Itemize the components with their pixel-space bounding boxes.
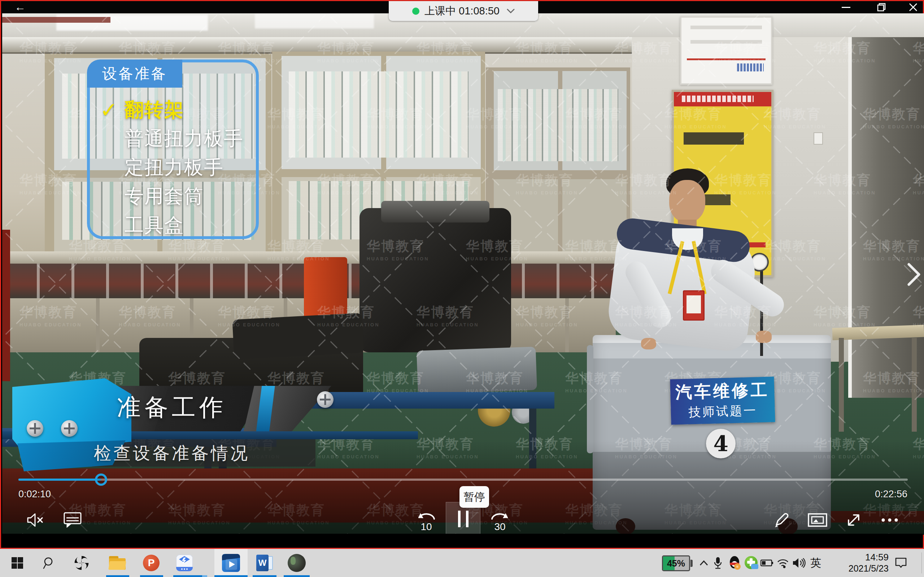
pinwheel-icon bbox=[74, 555, 89, 571]
quiz-app-icon bbox=[176, 554, 193, 571]
watermark: 华博教育HUABO EDUCATION bbox=[19, 303, 82, 327]
speaker-muted-icon bbox=[26, 512, 45, 528]
tray-expand-button[interactable] bbox=[696, 549, 711, 577]
fullscreen-icon bbox=[845, 511, 862, 529]
minimize-icon bbox=[842, 7, 850, 8]
show-desktop-edge[interactable] bbox=[921, 553, 922, 574]
cart-number-badge: 4 bbox=[706, 429, 736, 458]
cart-sign: 汽车维修工 技师试题一 bbox=[670, 377, 775, 424]
draw-button[interactable] bbox=[769, 508, 794, 533]
checklist-text: 定扭力板手 bbox=[124, 155, 224, 181]
file-explorer-icon bbox=[109, 556, 126, 570]
taskbar-search-button[interactable] bbox=[39, 549, 59, 577]
watermark: 华博教育HUABO EDUCATION bbox=[764, 105, 826, 129]
fullscreen-button[interactable] bbox=[841, 508, 866, 533]
ime-label: 英 bbox=[810, 556, 821, 571]
tray-wifi[interactable] bbox=[775, 549, 791, 577]
checklist-text: 翻转架 bbox=[124, 97, 184, 123]
class-status-pill[interactable]: 上课中 01:08:50 bbox=[389, 1, 538, 21]
elapsed-time: 0:02:10 bbox=[18, 488, 51, 500]
running-indicator bbox=[140, 575, 163, 577]
cart-sign-line1: 汽车维修工 bbox=[670, 379, 775, 404]
search-icon bbox=[43, 556, 56, 569]
checklist-item: 工具盒 bbox=[100, 211, 252, 240]
watermark: 华博教育HUABO EDUCATION bbox=[218, 303, 281, 327]
taskbar-app-file-explorer[interactable] bbox=[105, 549, 129, 577]
watermark: 华博教育HUABO EDUCATION bbox=[863, 237, 924, 261]
mini-player-icon bbox=[808, 513, 828, 527]
watermark: 华博教育HUABO EDUCATION bbox=[714, 303, 777, 327]
restore-button[interactable] bbox=[873, 1, 890, 13]
chevron-up-icon bbox=[699, 560, 709, 566]
taskbar-app-photo[interactable] bbox=[284, 549, 310, 577]
watermark: 华博教育HUABO EDUCATION bbox=[168, 237, 231, 261]
running-indicator bbox=[253, 575, 276, 577]
pencil-icon bbox=[773, 511, 790, 529]
taskbar-clock[interactable]: 14:59 2021/5/23 bbox=[827, 552, 888, 574]
watermark: 华博教育HUABO EDUCATION bbox=[466, 369, 528, 393]
checklist-text: 专用套筒 bbox=[124, 184, 204, 210]
banner-subtitle: 检查设备准备情况 bbox=[45, 442, 298, 465]
tray-input-method[interactable]: 英 bbox=[808, 549, 824, 577]
tray-battery[interactable] bbox=[759, 549, 775, 577]
taskbar-app-word[interactable]: W bbox=[253, 549, 276, 577]
watermark: 华博教育HUABO EDUCATION bbox=[565, 237, 628, 261]
watermark: 华博教育HUABO EDUCATION bbox=[516, 171, 578, 195]
mute-button[interactable] bbox=[23, 508, 48, 533]
watermark: 华博教育HUABO EDUCATION bbox=[19, 171, 82, 195]
banner-title: 准备工作 bbox=[71, 391, 273, 424]
watermark: 华博教育HUABO EDUCATION bbox=[863, 369, 924, 393]
watermark: 华博教育HUABO EDUCATION bbox=[664, 237, 727, 261]
more-options-button[interactable] bbox=[877, 508, 902, 533]
watermark: 华博教育HUABO EDUCATION bbox=[466, 105, 528, 129]
watermark: 华博教育HUABO EDUCATION bbox=[565, 369, 628, 393]
watermark: 华博教育HUABO EDUCATION bbox=[615, 39, 677, 63]
taskbar-app-quiz[interactable] bbox=[173, 549, 196, 577]
watermark: 华博教育HUABO EDUCATION bbox=[317, 39, 380, 63]
rewind-10-button[interactable]: 10 bbox=[414, 507, 439, 532]
close-button[interactable] bbox=[905, 1, 921, 13]
watermark: 华博教育HUABO EDUCATION bbox=[267, 105, 330, 129]
battery-icon bbox=[761, 559, 774, 567]
checklist-item: 定扭力板手 bbox=[100, 153, 252, 182]
restore-icon bbox=[877, 3, 886, 11]
progress-bar[interactable] bbox=[18, 479, 908, 481]
back-button[interactable]: ← bbox=[12, 0, 29, 14]
taskbar-app-movies-tv[interactable] bbox=[215, 549, 247, 577]
forward-30-label: 30 bbox=[487, 521, 512, 533]
watermark: 华博教育HUABO EDUCATION bbox=[69, 237, 131, 261]
tray-microphone[interactable] bbox=[710, 549, 725, 577]
running-indicator-active bbox=[215, 575, 247, 577]
minimize-button[interactable] bbox=[838, 1, 855, 13]
video-frame[interactable]: 华博教育HUABO EDUCATION华博教育HUABO EDUCATION华博… bbox=[2, 13, 924, 535]
watermark: 华博教育HUABO EDUCATION bbox=[516, 303, 578, 327]
taskbar: P W bbox=[0, 549, 924, 577]
rewind-10-label: 10 bbox=[414, 521, 439, 533]
notification-center-button[interactable] bbox=[892, 549, 910, 577]
screw-icon bbox=[317, 391, 333, 408]
watermark: 华博教育HUABO EDUCATION bbox=[913, 303, 924, 327]
tray-360-security[interactable] bbox=[743, 549, 760, 577]
tray-volume[interactable] bbox=[790, 549, 808, 577]
watermark: 华博教育HUABO EDUCATION bbox=[565, 105, 628, 129]
watermark: 华博教育HUABO EDUCATION bbox=[417, 171, 479, 195]
forward-30-button[interactable]: 30 bbox=[487, 507, 512, 532]
watermark: 华博教育HUABO EDUCATION bbox=[814, 303, 876, 327]
cart-sign-line2: 技师试题一 bbox=[670, 402, 775, 421]
watermark: 华博教育HUABO EDUCATION bbox=[367, 369, 429, 393]
taskbar-app-powerpoint[interactable]: P bbox=[139, 549, 163, 577]
checklist-item: ✓翻转架 bbox=[100, 95, 252, 124]
wifi-icon bbox=[776, 558, 789, 568]
mini-player-button[interactable] bbox=[805, 508, 830, 533]
start-button[interactable] bbox=[8, 549, 27, 577]
taskbar-app-pinwheel[interactable] bbox=[71, 549, 92, 577]
running-indicator bbox=[106, 575, 129, 577]
duration-time: 0:22:56 bbox=[851, 488, 908, 500]
next-chevron-icon[interactable] bbox=[907, 263, 921, 286]
subtitles-button[interactable] bbox=[60, 508, 85, 533]
tray-qq[interactable]: = bbox=[726, 549, 743, 577]
status-text: 上课中 01:08:50 bbox=[425, 4, 499, 18]
security-ball-icon bbox=[745, 556, 758, 570]
windows-logo-icon bbox=[11, 557, 23, 569]
subtitles-icon bbox=[63, 512, 82, 528]
